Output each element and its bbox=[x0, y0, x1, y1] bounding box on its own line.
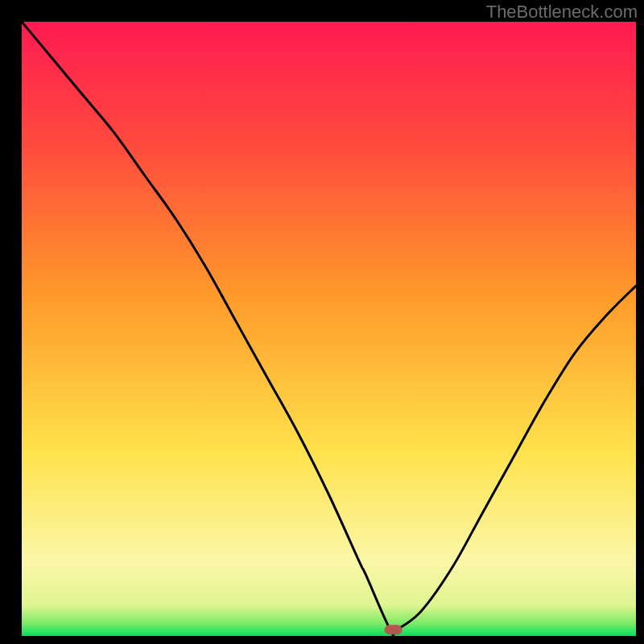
chart-frame bbox=[22, 22, 636, 636]
chart-svg bbox=[22, 22, 636, 636]
optimum-marker bbox=[385, 625, 402, 634]
chart-container: TheBottleneck.com bbox=[0, 0, 644, 644]
chart-background bbox=[22, 22, 636, 636]
watermark-text: TheBottleneck.com bbox=[486, 2, 638, 23]
